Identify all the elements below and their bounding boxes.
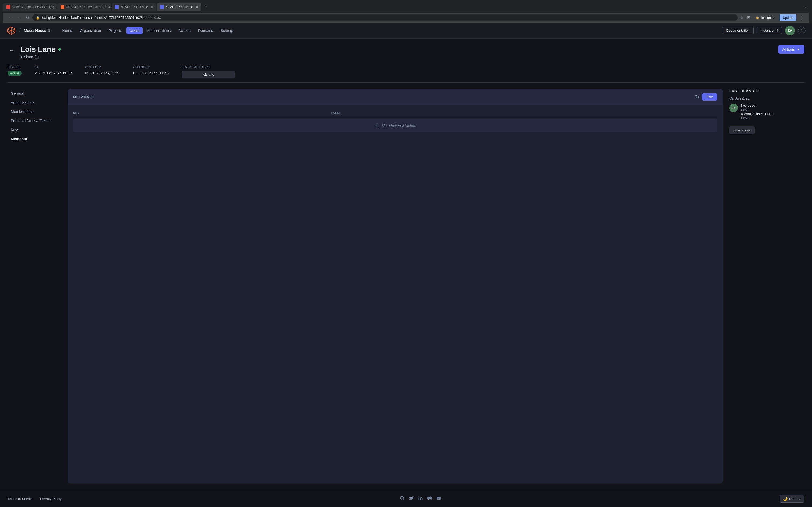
new-tab-button[interactable]: + bbox=[202, 2, 210, 11]
user-avatar[interactable]: ZA bbox=[785, 26, 795, 36]
username-info-icon[interactable]: i bbox=[35, 55, 39, 59]
incognito-badge: 🕵 Incognito bbox=[754, 15, 776, 21]
update-button[interactable]: Update bbox=[779, 14, 797, 21]
username-row: loislane i bbox=[20, 55, 61, 59]
load-more-button[interactable]: Load more bbox=[729, 126, 755, 134]
meta-status: Status Active bbox=[7, 65, 22, 78]
username-text: loislane bbox=[20, 55, 33, 59]
meta-login-methods: Login methods loislane bbox=[182, 65, 235, 78]
tab-label-zitadel3: ZITADEL • Console bbox=[165, 5, 193, 9]
id-label: ID bbox=[35, 65, 72, 69]
url-bar[interactable]: 🔒 test-ghlwrr.zitadel.cloud/ui/console/u… bbox=[33, 14, 738, 21]
card-header: METADATA ↻ Edit bbox=[68, 89, 723, 105]
documentation-button[interactable]: Documentation bbox=[722, 26, 754, 34]
forward-nav-button[interactable]: → bbox=[16, 15, 22, 21]
top-nav-right: Documentation Instance ⚙ ZA ? bbox=[722, 26, 806, 36]
tab-zitadel3-active[interactable]: ZITADEL • Console ✕ bbox=[157, 3, 201, 11]
status-badge: Active bbox=[7, 70, 22, 76]
actions-chevron-icon: ▼ bbox=[797, 48, 800, 51]
theme-chevron-icon: ⌄ bbox=[798, 497, 801, 501]
footer-social-icons bbox=[400, 496, 441, 502]
change-avatar-1: ZA bbox=[729, 104, 738, 112]
meta-changed: Changed 09. June 2023, 11:53 bbox=[133, 65, 169, 78]
actions-dropdown-button[interactable]: Actions ▼ bbox=[778, 45, 805, 54]
nav-settings[interactable]: Settings bbox=[217, 27, 237, 34]
browser-chrome: Inbox (2) - janedoe.zitadel@g... ✕ ZITAD… bbox=[0, 0, 812, 22]
zitadel2-favicon bbox=[115, 5, 119, 9]
svg-point-4 bbox=[419, 496, 419, 497]
linkedin-icon[interactable] bbox=[418, 496, 423, 502]
col-key-header: KEY bbox=[73, 111, 331, 115]
tab-gmail[interactable]: Inbox (2) - janedoe.zitadel@g... ✕ bbox=[3, 3, 57, 11]
change-details-1: Secret set 11:53 Technical user added 11… bbox=[741, 104, 805, 120]
org-selector[interactable]: Media House ⇅ bbox=[24, 29, 50, 33]
change-time-2: 11:52 bbox=[741, 116, 805, 120]
tab-label-gmail: Inbox (2) - janedoe.zitadel@g... bbox=[12, 5, 57, 9]
bookmark-icon[interactable]: ☆ bbox=[740, 15, 744, 20]
back-nav-button[interactable]: ← bbox=[7, 15, 14, 21]
nav-organization[interactable]: Organization bbox=[77, 27, 104, 34]
instance-label: Instance bbox=[760, 29, 774, 33]
sidebar: General Authorizations Memberships Perso… bbox=[7, 89, 61, 484]
refresh-button[interactable]: ↻ bbox=[695, 94, 699, 100]
sidebar-item-memberships[interactable]: Memberships bbox=[7, 107, 61, 116]
tab-zitadel2[interactable]: ZITADEL • Console ✕ bbox=[112, 3, 156, 11]
github-icon[interactable] bbox=[400, 496, 405, 502]
changed-value: 09. June 2023, 11:53 bbox=[133, 71, 169, 75]
sidebar-item-metadata[interactable]: Metadata bbox=[7, 135, 61, 143]
cast-icon[interactable]: ⊡ bbox=[747, 15, 750, 20]
metadata-card: METADATA ↻ Edit KEY VALUE ⚠ N bbox=[68, 89, 723, 484]
tab-close-zitadel2[interactable]: ✕ bbox=[151, 5, 153, 9]
reload-nav-button[interactable]: ↻ bbox=[25, 14, 30, 21]
incognito-label: Incognito bbox=[761, 16, 774, 19]
card-header-actions: ↻ Edit bbox=[695, 93, 717, 101]
change-time-1: 11:53 bbox=[741, 108, 805, 112]
card-title: METADATA bbox=[73, 95, 94, 99]
nav-home[interactable]: Home bbox=[59, 27, 75, 34]
meta-created: Created 09. June 2023, 11:52 bbox=[85, 65, 120, 78]
tab-zitadel1[interactable]: ZITADEL • The best of Auth0 a... ✕ bbox=[57, 3, 111, 11]
empty-state-icon: ⚠ bbox=[374, 122, 379, 129]
twitter-icon[interactable] bbox=[409, 496, 414, 502]
incognito-icon: 🕵 bbox=[756, 16, 760, 19]
tab-close-zitadel3[interactable]: ✕ bbox=[196, 5, 198, 9]
theme-label: Dark bbox=[789, 497, 797, 501]
instance-button[interactable]: Instance ⚙ bbox=[757, 26, 782, 34]
user-header-left: ← Lois Lane loislane i bbox=[7, 45, 61, 59]
col-value-header: VALUE bbox=[331, 111, 717, 115]
terms-of-service-link[interactable]: Terms of Service bbox=[7, 497, 34, 501]
nav-projects[interactable]: Projects bbox=[105, 27, 125, 34]
gmail-favicon bbox=[6, 5, 10, 9]
tab-label-zitadel2: ZITADEL • Console bbox=[120, 5, 148, 9]
theme-selector[interactable]: 🌙 Dark ⌄ bbox=[779, 495, 805, 503]
top-nav-links: Home Organization Projects Users Authori… bbox=[59, 27, 237, 34]
nav-authorizations[interactable]: Authorizations bbox=[144, 27, 174, 34]
chrome-menu-icon[interactable]: ⋮ bbox=[800, 15, 805, 21]
main-content: ← Lois Lane loislane i Actions ▼ bbox=[0, 39, 812, 490]
nav-domains[interactable]: Domains bbox=[195, 27, 216, 34]
page-footer: Terms of Service Privacy Policy 🌙 Dark ⌄ bbox=[0, 490, 812, 507]
back-button[interactable]: ← bbox=[7, 46, 16, 55]
nav-actions[interactable]: Actions bbox=[175, 27, 194, 34]
sidebar-item-general[interactable]: General bbox=[7, 89, 61, 98]
edit-button[interactable]: Edit bbox=[702, 93, 717, 101]
nav-buttons: ← → ↻ bbox=[7, 14, 30, 21]
sidebar-item-personal-access-tokens[interactable]: Personal Access Tokens bbox=[7, 116, 61, 125]
nav-users[interactable]: Users bbox=[126, 27, 143, 34]
sidebar-item-keys[interactable]: Keys bbox=[7, 125, 61, 134]
url-text: test-ghlwrr.zitadel.cloud/ui/console/use… bbox=[41, 15, 161, 19]
privacy-policy-link[interactable]: Privacy Policy bbox=[40, 497, 62, 501]
status-label: Status bbox=[7, 65, 22, 69]
tab-more-button[interactable]: ⌄ bbox=[801, 3, 809, 11]
sidebar-item-authorizations[interactable]: Authorizations bbox=[7, 98, 61, 107]
help-button[interactable]: ? bbox=[798, 27, 806, 34]
change-action-2: Technical user added bbox=[741, 112, 805, 116]
changed-label: Changed bbox=[133, 65, 169, 69]
user-info: Lois Lane loislane i bbox=[20, 45, 61, 59]
empty-state-row: ⚠ No additional factors bbox=[73, 119, 717, 132]
actions-label: Actions bbox=[782, 47, 795, 52]
tab-bar: Inbox (2) - janedoe.zitadel@g... ✕ ZITAD… bbox=[3, 2, 809, 11]
change-date: 09. Jun 2023 bbox=[729, 96, 805, 100]
youtube-icon[interactable] bbox=[436, 496, 441, 502]
discord-icon[interactable] bbox=[427, 496, 432, 502]
